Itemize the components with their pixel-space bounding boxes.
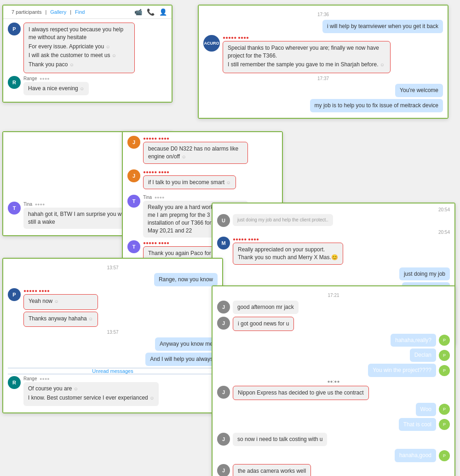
chat-header-left-1: 7 participants | Gallery | Find — [8, 9, 85, 15]
avatar: P — [8, 288, 21, 301]
msg-content: ●●●●● ●●●● because D0 N322 has no alarms… — [143, 136, 248, 164]
sender-name: Tina ●●●● — [23, 202, 135, 207]
sent-msg-row: Woo P — [217, 403, 450, 416]
msg-line: For every issue. Appriciate you ☺ — [29, 43, 130, 51]
msg-content: just doing my job and help the client pr… — [233, 214, 333, 226]
timestamp: 17:37 — [203, 76, 443, 81]
msg-line: I always respect you because you help me… — [29, 26, 130, 41]
message-bubble: Thanks anyway hahaha ☺ — [23, 312, 98, 327]
message-bubble: Have a nice evening ☺ — [23, 82, 89, 95]
phone-icon[interactable]: 📞 — [147, 8, 155, 16]
message-bubble: the adas camera works well — [233, 464, 311, 476]
sent-bubble: hanaha,good — [395, 449, 436, 462]
chat-panel-1: 7 participants | Gallery | Find 📹 📞 👤 P … — [2, 5, 172, 103]
header-icons-1: 📹 📞 👤 — [134, 8, 167, 16]
sent-bubble: Range, now you know — [154, 273, 218, 286]
chat-body-7: 17:21 J good afternoon mr jack J i got g… — [213, 286, 454, 476]
msg-line: Yeah now ☺ — [29, 297, 93, 305]
person-icon[interactable]: 👤 — [159, 8, 167, 16]
msg-content: ●●●●● ●●●● Really appreciated on your su… — [233, 237, 343, 265]
msg-row: U just doing my job and help the client … — [217, 214, 450, 227]
sent-msg-row: Range, now you know — [8, 273, 218, 286]
participants-count: 7 participants — [12, 9, 41, 15]
avatar: P — [8, 23, 21, 35]
sender-name: Range ●●●● — [23, 76, 89, 81]
msg-row: J the adas camera works well — [217, 464, 450, 476]
sent-bubble: Anyway you know me — [155, 337, 218, 351]
sent-msg-row: just doing my job — [217, 267, 450, 281]
avatar: U — [217, 214, 230, 227]
msg-row: ACURO ●●●●● ●●●● Special thanks to Paco … — [203, 35, 443, 73]
msg-content: Range ●●●● Of course you are ☺ I know. B… — [23, 376, 159, 406]
msg-row: J good afternoon mr jack — [217, 301, 450, 314]
sent-bubble: Woo — [416, 403, 436, 416]
sent-msg-row: Anyway you know me — [8, 337, 218, 351]
msg-content: I always respect you because you help me… — [23, 23, 135, 73]
message-bubble: i got good news for u — [233, 317, 294, 331]
logo-avatar: ACURO — [203, 35, 220, 52]
msg-line: Special thanks to Paco wherever you are;… — [228, 44, 385, 60]
msg-line: I will ask the customer to meet us ☺ — [29, 52, 130, 59]
sent-msg-row: That is cool P — [217, 418, 450, 431]
avatar: J — [217, 464, 230, 476]
msg-line: I still remember the sample you gave to … — [228, 61, 385, 69]
chat-header-1: 7 participants | Gallery | Find 📹 📞 👤 — [3, 6, 172, 19]
sent-msg-row: i will help by teamviewer when you get i… — [203, 20, 443, 33]
chat-panel-7: 17:21 J good afternoon mr jack J i got g… — [212, 285, 455, 476]
avatar: T — [127, 240, 140, 253]
avatar: J — [217, 301, 230, 313]
sent-bubble: i will help by teamviewer when you get i… — [322, 20, 443, 33]
gallery-link[interactable]: Gallery — [50, 9, 66, 15]
message-bubble: hahah got it, BTW I am surprise you were… — [23, 208, 135, 229]
avatar: T — [127, 195, 140, 208]
msg-content: the adas camera works well — [233, 464, 311, 476]
avatar: J — [127, 169, 140, 182]
sent-bubble: hahaha,really? — [391, 334, 436, 347]
chat-body-6: 13:57 Range, now you know P ●●●●● ●●●● Y… — [3, 259, 222, 412]
find-link[interactable]: Find — [75, 9, 85, 15]
sender-name: ●●●●● ●●●● — [23, 288, 98, 293]
chat-panel-2: 17:36 i will help by teamviewer when you… — [198, 5, 448, 119]
msg-row: J Nippon Express has decided to give us … — [217, 386, 450, 400]
small-avatar: P — [439, 350, 450, 361]
msg-line: Of course you are ☺ — [28, 385, 154, 393]
sender-name: Range ●●●● — [23, 376, 159, 381]
msg-row: J ●●●●● ●●●● because D0 N322 has no alar… — [127, 136, 277, 164]
timestamp: 13:57 — [8, 265, 218, 270]
message-bubble: because D0 N322 has no alarms like engin… — [143, 142, 248, 164]
sent-msg-row: hanaha,good P — [217, 449, 450, 462]
timestamp: 17:21 — [217, 293, 450, 298]
msg-row: P I always respect you because you help … — [8, 23, 167, 73]
sent-bubble: And I will help you always — [145, 353, 218, 366]
sent-bubble: Declan — [410, 348, 436, 362]
avatar: J — [217, 433, 230, 446]
chat-body-2: 17:36 i will help by teamviewer when you… — [199, 6, 448, 118]
message-bubble: if I talk to you im become smart ☺ — [143, 175, 236, 190]
message-bubble: Special thanks to Paco wherever you are;… — [223, 41, 391, 73]
sent-msg-row: And I will help you always — [8, 353, 218, 366]
small-avatar: P — [439, 419, 450, 430]
small-avatar: P — [439, 404, 450, 415]
sent-bubble: You win the project???? — [368, 364, 436, 377]
msg-row: J so now i need to talk costing with u — [217, 433, 450, 446]
separator-label: Unread messages — [8, 368, 218, 374]
sent-msg-row: You're welcome — [203, 84, 443, 97]
msg-content: i got good news for u — [233, 317, 294, 331]
msg-content: ●●●●● ●●●● Yeah now ☺ Thanks anyway haha… — [23, 288, 98, 327]
msg-line: I know. Best customer service I ever exp… — [28, 394, 154, 402]
msg-content: so now i need to talk costing with u — [233, 433, 327, 446]
msg-content: ●●●●● ●●●● if I talk to you im become sm… — [143, 169, 236, 190]
sent-bubble: just doing my job — [399, 267, 450, 281]
msg-row: J ●●●●● ●●●● if I talk to you im become … — [127, 169, 277, 190]
msg-content: Range ●●●● Have a nice evening ☺ — [23, 76, 89, 95]
avatar: T — [8, 202, 21, 215]
sent-bubble: my job is to help you to fix issue of me… — [310, 99, 443, 112]
sent-msg-row: You win the project???? P — [217, 364, 450, 377]
timestamp: 20:54 — [217, 230, 450, 235]
msg-content: Tina ●●●● hahah got it, BTW I am surpris… — [23, 202, 135, 229]
msg-row: P ●●●●● ●●●● Yeah now ☺ Thanks anyway ha… — [8, 288, 218, 327]
video-icon[interactable]: 📹 — [134, 8, 142, 16]
sent-msg-row: my job is to help you to fix issue of me… — [203, 99, 443, 112]
msg-content: Nippon Express has decided to give us th… — [233, 386, 369, 400]
sender-name: ●●●●● ●●●● — [143, 169, 236, 174]
